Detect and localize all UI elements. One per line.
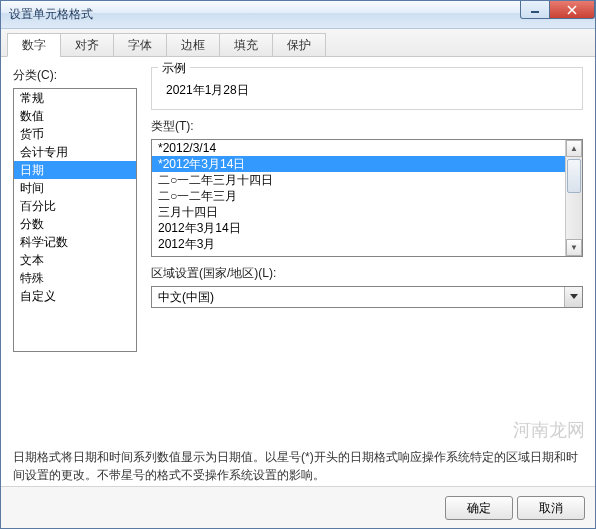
category-item-accounting[interactable]: 会计专用 [14, 143, 136, 161]
type-item[interactable]: 三月十四日 [152, 204, 565, 220]
category-item-percent[interactable]: 百分比 [14, 197, 136, 215]
titlebar: 设置单元格格式 [1, 1, 595, 29]
scroll-track[interactable] [566, 157, 582, 239]
svg-rect-0 [531, 11, 539, 13]
tab-label: 数字 [22, 38, 46, 52]
category-item-currency[interactable]: 货币 [14, 125, 136, 143]
locale-value: 中文(中国) [152, 289, 564, 306]
category-item-special[interactable]: 特殊 [14, 269, 136, 287]
tab-label: 对齐 [75, 38, 99, 52]
window-controls [521, 1, 595, 19]
cancel-button[interactable]: 取消 [517, 496, 585, 520]
category-item-general[interactable]: 常规 [14, 89, 136, 107]
tab-number[interactable]: 数字 [7, 33, 61, 57]
tab-label: 填充 [234, 38, 258, 52]
tab-label: 保护 [287, 38, 311, 52]
type-item[interactable]: 二○一二年三月十四日 [152, 172, 565, 188]
footer: 确定 取消 [1, 486, 595, 528]
scroll-up-icon[interactable]: ▲ [566, 140, 582, 157]
type-item[interactable]: *2012/3/14 [152, 140, 565, 156]
dialog-body: 分类(C): 常规 数值 货币 会计专用 日期 时间 百分比 分数 科学记数 文… [1, 57, 595, 486]
svg-marker-3 [570, 294, 578, 299]
ok-button[interactable]: 确定 [445, 496, 513, 520]
dialog-window: 设置单元格格式 数字 对齐 字体 边框 填充 保护 分类(C): 常规 [0, 0, 596, 529]
sample-legend: 示例 [158, 60, 190, 77]
minimize-button[interactable] [520, 1, 550, 19]
type-label: 类型(T): [151, 118, 583, 135]
category-item-custom[interactable]: 自定义 [14, 287, 136, 305]
type-item[interactable]: 2012年3月 [152, 236, 565, 252]
category-item-number[interactable]: 数值 [14, 107, 136, 125]
type-item[interactable]: 二○一二年三月 [152, 188, 565, 204]
category-item-scientific[interactable]: 科学记数 [14, 233, 136, 251]
category-item-text[interactable]: 文本 [14, 251, 136, 269]
tab-label: 字体 [128, 38, 152, 52]
minimize-icon [530, 6, 540, 14]
category-label: 分类(C): [13, 67, 137, 84]
close-icon [567, 5, 577, 15]
right-column: 示例 2021年1月28日 类型(T): *2012/3/14 *2012年3月… [151, 67, 583, 352]
tab-fill[interactable]: 填充 [219, 33, 273, 57]
type-item[interactable]: *2012年3月14日 [152, 156, 565, 172]
sample-group: 示例 2021年1月28日 [151, 67, 583, 110]
locale-select[interactable]: 中文(中国) [151, 286, 583, 308]
tab-label: 边框 [181, 38, 205, 52]
category-column: 分类(C): 常规 数值 货币 会计专用 日期 时间 百分比 分数 科学记数 文… [13, 67, 137, 352]
category-item-fraction[interactable]: 分数 [14, 215, 136, 233]
scroll-down-icon[interactable]: ▼ [566, 239, 582, 256]
close-button[interactable] [549, 1, 595, 19]
category-item-time[interactable]: 时间 [14, 179, 136, 197]
tabstrip: 数字 对齐 字体 边框 填充 保护 [1, 29, 595, 57]
description-text: 日期格式将日期和时间系列数值显示为日期值。以星号(*)开头的日期格式响应操作系统… [13, 448, 583, 484]
tab-align[interactable]: 对齐 [60, 33, 114, 57]
type-listbox[interactable]: *2012/3/14 *2012年3月14日 二○一二年三月十四日 二○一二年三… [151, 139, 583, 257]
type-item[interactable]: 2012年3月14日 [152, 220, 565, 236]
dropdown-button[interactable] [564, 287, 582, 307]
chevron-down-icon [570, 294, 578, 300]
window-title: 设置单元格格式 [9, 6, 93, 23]
category-listbox[interactable]: 常规 数值 货币 会计专用 日期 时间 百分比 分数 科学记数 文本 特殊 自定… [13, 88, 137, 352]
tab-font[interactable]: 字体 [113, 33, 167, 57]
tab-protect[interactable]: 保护 [272, 33, 326, 57]
locale-label: 区域设置(国家/地区)(L): [151, 265, 583, 282]
watermark-text: 河南龙网 [513, 418, 585, 442]
scroll-thumb[interactable] [567, 159, 581, 193]
type-scrollbar[interactable]: ▲ ▼ [565, 140, 582, 256]
tab-border[interactable]: 边框 [166, 33, 220, 57]
sample-value: 2021年1月28日 [162, 82, 572, 99]
category-item-date[interactable]: 日期 [14, 161, 136, 179]
